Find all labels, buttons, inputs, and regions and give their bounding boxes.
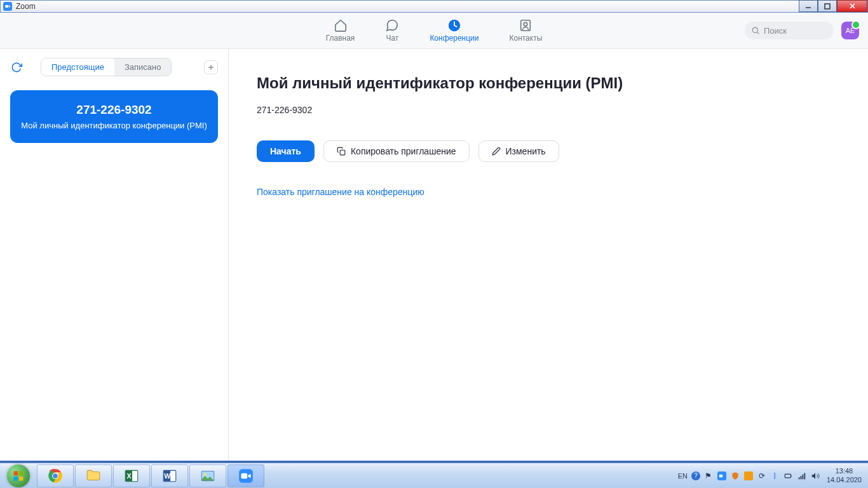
pmi-card-subtitle: Мой личный идентификатор конференции (PM… [18,121,210,130]
tray-time: 13:48 [827,467,862,475]
header-right: Поиск AE [745,22,859,39]
main-area: Предстоящие Записано 271-226-9302 Мой ли… [0,49,868,461]
close-button[interactable] [837,0,867,12]
nav-meetings[interactable]: Конференции [430,18,478,43]
folder-icon [85,468,102,484]
app-header: Главная Чат Конференции Контакты Поиск A… [0,13,868,49]
volume-icon[interactable] [810,471,820,481]
copy-icon [337,147,346,156]
svg-rect-36 [801,476,802,479]
maximize-button[interactable] [818,0,837,12]
nav-meetings-label: Конференции [430,34,478,43]
zoom-app-icon [3,2,12,11]
start-button[interactable]: Начать [257,140,315,162]
system-tray: EN ? ⚑ ⟳ ᛒ 13:48 14.04.2020 [678,467,867,484]
chat-icon [385,18,399,32]
plus-icon [207,63,215,72]
tab-upcoming[interactable]: Предстоящие [41,58,114,76]
svg-text:W: W [164,472,171,480]
minimize-button[interactable] [799,0,818,12]
svg-point-19 [53,473,58,478]
word-icon: W [161,468,178,484]
svg-point-27 [204,473,207,475]
taskbar-photos[interactable] [189,464,226,487]
avatar-initials: AE [846,27,855,34]
windows-orb-icon [7,464,30,487]
svg-point-7 [524,22,528,26]
tray-zoom-icon[interactable] [717,471,727,481]
svg-rect-33 [785,474,790,478]
svg-rect-31 [719,474,722,477]
svg-rect-12 [340,150,345,155]
bluetooth-icon[interactable]: ᛒ [770,471,780,481]
language-indicator[interactable]: EN [678,472,688,480]
sidebar-toolbar: Предстоящие Записано [10,58,218,76]
tray-icons: ? ⚑ ⟳ ᛒ [691,471,820,481]
taskbar-zoom[interactable] [227,464,264,487]
nav-contacts-label: Контакты [509,34,542,43]
window-controls [799,0,867,12]
svg-rect-29 [241,473,247,478]
svg-rect-32 [744,471,753,480]
nav-chat-label: Чат [386,34,398,43]
svg-rect-38 [804,473,805,479]
svg-rect-35 [799,477,800,479]
chrome-icon [47,468,64,484]
copy-invitation-button[interactable]: Копировать приглашение [323,140,470,162]
network-icon[interactable] [797,471,807,481]
pmi-number: 271-226-9302 [257,105,840,115]
svg-rect-15 [14,476,18,480]
tray-sync-icon[interactable]: ⟳ [757,471,767,481]
svg-rect-0 [5,5,8,8]
clock-icon [447,18,461,32]
content-pane: Мой личный идентификатор конференции (PM… [229,49,868,461]
start-button[interactable] [1,464,36,488]
taskbar-apps: X W [37,464,264,487]
pencil-icon [492,147,501,156]
sidebar-tabs: Предстоящие Записано [41,58,172,76]
page-title: Мой личный идентификатор конференции (PM… [257,74,840,92]
svg-text:X: X [126,472,132,480]
window-title: Zoom [16,2,36,11]
taskbar-chrome[interactable] [37,464,74,487]
tray-shield-icon[interactable] [730,471,740,481]
svg-rect-37 [803,474,804,479]
zoom-taskbar-icon [238,468,254,484]
taskbar-explorer[interactable] [75,464,112,487]
tray-java-icon[interactable] [743,471,754,481]
svg-rect-2 [825,4,830,9]
contacts-icon [519,18,532,32]
nav-contacts[interactable]: Контакты [509,18,542,43]
tab-recorded[interactable]: Записано [114,58,172,76]
nav-home[interactable]: Главная [326,18,355,43]
tray-date: 14.04.2020 [827,476,862,484]
search-placeholder: Поиск [764,26,787,36]
edit-button[interactable]: Изменить [478,140,559,162]
refresh-button[interactable] [10,61,23,74]
svg-point-8 [752,27,757,32]
taskbar-word[interactable]: W [151,464,188,487]
flag-icon[interactable]: ⚑ [703,471,714,481]
sidebar: Предстоящие Записано 271-226-9302 Мой ли… [0,49,229,461]
pmi-card-id: 271-226-9302 [18,103,210,117]
windows-taskbar: X W EN ? ⚑ ⟳ ᛒ 13:48 14.04.2020 [0,463,868,488]
user-avatar[interactable]: AE [841,22,859,39]
pmi-card[interactable]: 271-226-9302 Мой личный идентификатор ко… [10,90,218,143]
show-invitation-link[interactable]: Показать приглашение на конференцию [257,187,424,197]
battery-icon[interactable] [783,471,794,481]
action-buttons: Начать Копировать приглашение Изменить [257,140,840,162]
search-input[interactable]: Поиск [745,22,834,39]
copy-button-label: Копировать приглашение [351,146,456,156]
taskbar-excel[interactable]: X [113,464,150,487]
add-meeting-button[interactable] [204,60,218,74]
svg-rect-13 [14,471,18,475]
edit-button-label: Изменить [506,146,546,156]
main-nav: Главная Чат Конференции Контакты [326,18,543,43]
clock[interactable]: 13:48 14.04.2020 [824,467,862,484]
nav-chat[interactable]: Чат [385,18,399,43]
picture-icon [200,468,216,484]
nav-home-label: Главная [326,34,355,43]
help-icon[interactable]: ? [691,471,700,480]
svg-rect-14 [19,471,24,475]
window-titlebar: Zoom [0,0,868,13]
